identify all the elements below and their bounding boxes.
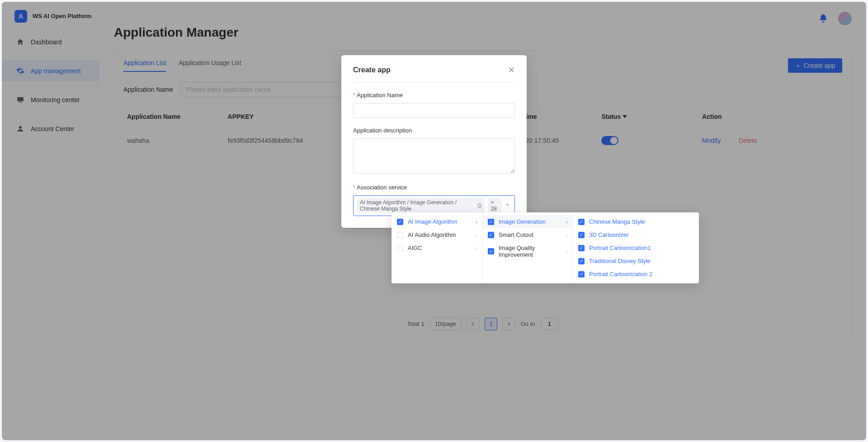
cascader-option-label: Portrait Cartoonization1 (589, 245, 651, 251)
cascader-option-label: Portrait Cartoonization 2 (589, 271, 652, 277)
chevron-right-icon: › (566, 249, 568, 254)
cascader-col-3: ✓Chinese Manga Style✓3D Cartoonizer✓Port… (572, 212, 699, 283)
cascader-option[interactable]: AIGC› (392, 241, 482, 254)
cascader-option[interactable]: ✓Portrait Cartoonization 2 (573, 268, 699, 281)
cascader-dropdown: ✓AI Image Algorithm›AI Audio Algorithm›A… (392, 212, 699, 283)
cascader-col-1: ✓AI Image Algorithm›AI Audio Algorithm›A… (392, 212, 482, 283)
checkbox-icon (397, 245, 403, 251)
cascader-option[interactable]: ✓Chinese Manga Style (573, 215, 699, 228)
checkbox-icon (397, 232, 403, 238)
cascader-option-label: AI Image Algorithm (408, 218, 458, 225)
label-app-desc: Application description (353, 127, 515, 134)
chevron-right-icon: › (476, 245, 477, 251)
cascader-option-label: Chinese Manga Style (589, 218, 645, 225)
create-app-modal: Create app ✕ *Application Name Applicati… (341, 55, 527, 228)
cascader-option-label: Smart Cutout (499, 231, 533, 238)
modal-title: Create app (353, 66, 391, 74)
label-app-name: *Application Name (353, 92, 515, 99)
checkbox-icon: ✓ (488, 232, 494, 238)
chevron-right-icon: › (476, 219, 477, 225)
cascader-option[interactable]: ✓Image Quality Improvement› (482, 241, 572, 261)
cascader-option[interactable]: ✓3D Cartoonizer (573, 228, 699, 241)
cascader-option[interactable]: ✓Image Generation› (482, 215, 572, 228)
chevron-right-icon: › (566, 232, 568, 238)
cascader-tag: AI Image Algorithm / Image Generation / … (357, 198, 485, 213)
cascader-option[interactable]: ✓AI Image Algorithm› (392, 215, 482, 228)
input-app-name[interactable] (353, 103, 515, 118)
checkbox-icon: ✓ (578, 271, 585, 277)
cascader-option-label: AIGC (408, 245, 422, 251)
checkbox-icon: ✓ (488, 219, 494, 225)
cascader-option-label: Image Generation (499, 218, 546, 225)
checkbox-icon: ✓ (578, 232, 585, 238)
cascader-option[interactable]: AI Audio Algorithm› (392, 228, 482, 241)
input-app-desc[interactable] (353, 138, 515, 174)
tag-close-icon[interactable]: ✕ (477, 203, 481, 208)
chevron-right-icon: › (476, 232, 477, 238)
close-icon[interactable]: ✕ (508, 65, 515, 75)
cascader-option-label: Traditional Disney Style (589, 258, 651, 264)
cascader-option-label: Image Quality Improvement (499, 245, 567, 258)
cascader-col-2: ✓Image Generation›✓Smart Cutout›✓Image Q… (482, 212, 572, 283)
cascader-option[interactable]: ✓Portrait Cartoonization1 (573, 241, 699, 254)
chevron-right-icon: › (566, 219, 568, 225)
cascader-option-label: 3D Cartoonizer (589, 231, 628, 238)
chevron-up-icon: ▲ (505, 203, 510, 208)
checkbox-icon: ✓ (578, 258, 585, 264)
cascader-option[interactable]: ✓Smart Cutout› (482, 228, 572, 241)
label-association: *Association service (353, 184, 515, 191)
cascader-option[interactable]: ✓Traditional Disney Style (573, 254, 699, 268)
cascader-option-label: AI Audio Algorithm (408, 231, 456, 238)
cascader-tag-text: AI Image Algorithm / Image Generation / … (360, 199, 476, 212)
checkbox-icon: ✓ (397, 219, 403, 225)
checkbox-icon: ✓ (578, 219, 585, 225)
checkbox-icon: ✓ (578, 245, 585, 251)
cascader-more-tag: + 28 (488, 198, 502, 213)
checkbox-icon: ✓ (488, 248, 494, 254)
